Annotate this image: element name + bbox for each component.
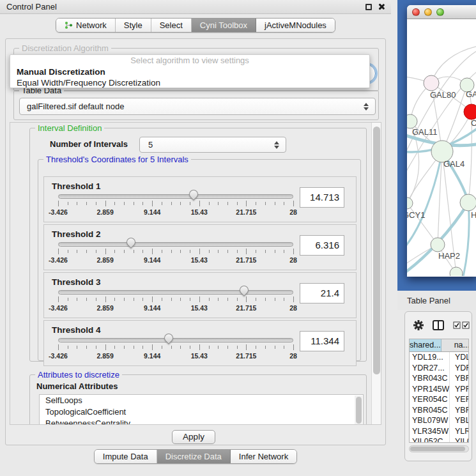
threshold-value-field[interactable]: 11.344 (300, 331, 344, 351)
checkbox-checked-icon[interactable] (462, 321, 470, 329)
table-row[interactable]: YDL19...YDL1 (410, 352, 468, 363)
number-of-intervals-spinner[interactable]: 5 (139, 137, 286, 153)
algorithm-option-manual-discretization[interactable]: Manual Discretization (10, 66, 369, 77)
tab-network[interactable]: Network (56, 19, 116, 32)
network-canvas[interactable]: GAL80GACGAL11GAL4GCY1HHAP2 (407, 19, 476, 276)
attribute-item[interactable]: SelfLoops (40, 395, 363, 406)
checkbox-checked-icon[interactable] (453, 321, 461, 329)
threshold-value-field[interactable]: 14.713 (300, 187, 344, 208)
network-node[interactable] (407, 197, 413, 209)
network-node-label: GAL11 (412, 127, 438, 137)
cell-name[interactable]: YIL0 (450, 436, 468, 443)
interval-definition-group-title: Interval Definition (35, 123, 104, 133)
cell-name[interactable]: YBL0 (450, 415, 468, 426)
cell-name[interactable]: YBR0 (450, 373, 468, 384)
discretization-algorithm-group-title: Discretization Algorithm (19, 43, 111, 53)
attribute-item[interactable]: BetweennessCentrality (40, 418, 363, 425)
gear-icon[interactable] (413, 320, 424, 330)
slider-track[interactable] (58, 194, 293, 199)
close-window-icon[interactable] (412, 8, 420, 16)
axis-tick-label: 28 (289, 256, 297, 264)
tab-label: Cyni Toolbox (200, 20, 247, 30)
cell-name[interactable]: YDL1 (450, 352, 468, 363)
table-row[interactable]: YBL079WYBL0 (410, 415, 468, 426)
cell-shared-name[interactable]: YPR145W (410, 384, 450, 395)
attributes-list-scrollbar-thumb[interactable] (356, 397, 362, 424)
network-desktop: GAL80GACGAL11GAL4GCY1HHAP2 (397, 0, 476, 291)
network-canvas-svg: GAL80GACGAL11GAL4GCY1HHAP2 (407, 19, 476, 276)
table-row[interactable]: YER054CYER0 (410, 394, 468, 405)
column-header-name[interactable]: na... (441, 339, 469, 351)
tab-select[interactable]: Select (151, 19, 192, 32)
algorithm-dropdown-popup: Select algorithm to view settings Manual… (10, 54, 370, 88)
slider-track[interactable] (58, 338, 293, 342)
network-node[interactable] (424, 75, 439, 91)
slider-ticks (58, 298, 293, 304)
apply-button[interactable]: Apply (172, 430, 215, 444)
axis-tick-label: 21.715 (236, 352, 256, 360)
cyni-toolbox-panel: Discretization Algorithm Select algorith… (5, 38, 386, 445)
network-node[interactable] (431, 238, 445, 252)
cell-shared-name[interactable]: YLR345W (410, 426, 450, 437)
threshold-label: Threshold 3 (52, 277, 101, 287)
cell-name[interactable]: YBR0 (450, 405, 468, 416)
network-node[interactable] (460, 194, 476, 211)
cell-shared-name[interactable]: YDL19... (410, 352, 450, 363)
table-row[interactable]: YIL052CYIL0 (410, 436, 468, 443)
cell-shared-name[interactable]: YER054C (410, 394, 450, 405)
tab-label: Network (76, 20, 107, 30)
tab-impute-data[interactable]: Impute Data (95, 450, 157, 463)
table-data-group: Table Data galFiltered.sif default node (13, 90, 379, 120)
table-row[interactable]: YPR145WYPR1 (410, 384, 468, 395)
table-data-select[interactable]: galFiltered.sif default node (19, 98, 376, 115)
tab-infer-network[interactable]: Infer Network (231, 450, 296, 463)
slider-ticks (58, 250, 293, 256)
slider-tick-labels: -3.4262.8599.14415.4321.71528 (58, 304, 293, 312)
float-panel-icon[interactable] (365, 4, 372, 10)
cell-shared-name[interactable]: YBR045C (410, 405, 450, 416)
tab-style[interactable]: Style (116, 19, 151, 32)
cell-name[interactable]: YLR3 (450, 426, 468, 437)
maximize-window-icon[interactable] (436, 8, 444, 16)
attributes-list-scrollbar[interactable] (355, 395, 362, 425)
network-edge-thick[interactable] (463, 203, 469, 276)
tab-jactivemnodules[interactable]: jActiveMNodules (256, 19, 335, 32)
table-horizontal-scrollbar[interactable] (409, 445, 469, 452)
table-row[interactable]: YDR27...YDR2 (410, 363, 468, 374)
column-header-shared-name[interactable]: shared... (410, 339, 441, 351)
close-panel-icon[interactable] (378, 3, 385, 10)
numerical-attributes-label: Numerical Attributes (36, 381, 118, 391)
table-horizontal-scrollbar-thumb[interactable] (410, 447, 465, 451)
cell-shared-name[interactable]: YBL079W (410, 415, 450, 426)
table-row[interactable]: YLR345WYLR3 (410, 426, 468, 437)
cell-name[interactable]: YPR1 (450, 384, 468, 395)
cell-shared-name[interactable]: YDR27... (410, 363, 450, 374)
network-node[interactable] (407, 114, 417, 128)
cell-shared-name[interactable]: YBR043C (410, 373, 450, 384)
threshold-value-field[interactable]: 6.316 (300, 235, 344, 256)
cell-name[interactable]: YER0 (450, 394, 468, 405)
threshold-value-field[interactable]: 21.4 (300, 283, 344, 303)
table-row[interactable]: YBR045CYBR0 (410, 405, 468, 416)
axis-tick-label: 28 (289, 208, 297, 216)
cell-shared-name[interactable]: YIL052C (410, 436, 450, 443)
minimize-window-icon[interactable] (424, 8, 432, 16)
network-node[interactable] (464, 104, 476, 119)
settings-scrollbar-thumb[interactable] (373, 127, 380, 374)
thresholds-coordinates-group-title: Threshold's Coordinates for 5 Intervals (43, 155, 191, 164)
tab-cyni-toolbox[interactable]: Cyni Toolbox (192, 19, 256, 32)
cell-name[interactable]: YDR2 (450, 363, 468, 374)
table-row[interactable]: YBR043CYBR0 (410, 373, 468, 384)
slider-track[interactable] (58, 242, 293, 247)
network-view-window[interactable]: GAL80GACGAL11GAL4GCY1HHAP2 (407, 5, 476, 277)
split-columns-icon[interactable] (433, 320, 444, 330)
settings-scrollbar[interactable] (371, 123, 381, 424)
slider-tick-labels: -3.4262.8599.14415.4321.71528 (58, 208, 293, 216)
number-of-intervals-value: 5 (148, 140, 153, 150)
top-tab-bar: NetworkStyleSelectCyni ToolboxjActiveMNo… (56, 18, 335, 33)
algorithm-option-equal-width-frequency[interactable]: Equal Width/Frequency Discretization (10, 77, 369, 88)
slider-track[interactable] (58, 290, 293, 295)
network-node[interactable] (450, 267, 463, 276)
tab-discretize-data[interactable]: Discretize Data (157, 450, 231, 463)
attribute-item[interactable]: TopologicalCoefficient (40, 406, 363, 418)
